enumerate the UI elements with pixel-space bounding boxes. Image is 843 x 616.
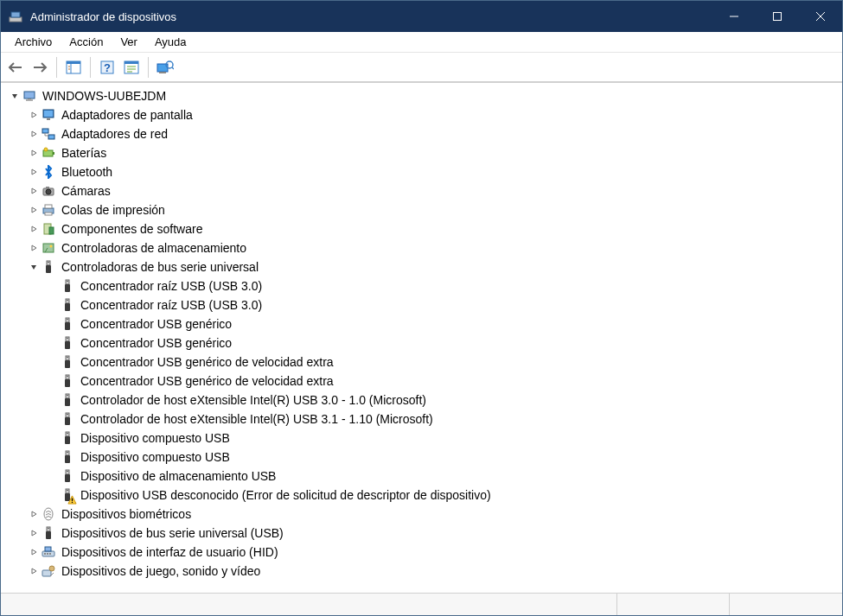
expand-icon[interactable]	[27, 526, 41, 540]
tree-category-node[interactable]: Dispositivos de juego, sonido y vídeo	[4, 562, 842, 581]
expand-icon[interactable]	[27, 222, 41, 236]
svg-rect-58	[66, 356, 69, 360]
tree-node-label: Controlador de host eXtensible Intel(R) …	[79, 393, 426, 407]
svg-rect-14	[125, 61, 138, 64]
menu-accion[interactable]: Acción	[61, 34, 112, 50]
tree-device-node[interactable]: Dispositivo de almacenamiento USB	[4, 467, 842, 486]
svg-rect-52	[66, 318, 69, 322]
tree-node-label: Dispositivo compuesto USB	[79, 450, 230, 464]
tree-category-node[interactable]: Controladoras de bus serie universal	[4, 257, 842, 276]
svg-rect-64	[66, 394, 69, 398]
svg-rect-79	[66, 489, 69, 493]
svg-rect-74	[65, 455, 70, 463]
svg-rect-67	[66, 413, 69, 417]
tree-device-node[interactable]: Concentrador USB genérico de velocidad e…	[4, 352, 842, 372]
forward-button[interactable]	[29, 56, 51, 79]
properties-button[interactable]	[120, 56, 143, 79]
tree-category-node[interactable]: Cámaras	[4, 181, 842, 200]
tree-device-node[interactable]: Concentrador USB genérico de velocidad e…	[4, 372, 842, 391]
svg-rect-7	[67, 61, 80, 64]
tree-device-node[interactable]: Dispositivo compuesto USB	[4, 448, 842, 467]
tree-category-node[interactable]: Componentes de software	[4, 219, 842, 238]
tree-category-node[interactable]: Controladoras de almacenamiento	[4, 238, 842, 257]
svg-point-34	[46, 189, 51, 194]
device-manager-icon	[8, 9, 23, 24]
collapse-icon[interactable]	[27, 260, 41, 274]
storage-icon	[41, 240, 56, 256]
expand-icon[interactable]	[27, 146, 41, 160]
tree-device-node[interactable]: Controlador de host eXtensible Intel(R) …	[4, 391, 842, 410]
tree-category-node[interactable]: Adaptadores de red	[4, 124, 842, 143]
expand-icon[interactable]	[27, 564, 41, 578]
tree-category-node[interactable]: Bluetooth	[4, 162, 842, 181]
tree-device-node[interactable]: Dispositivo USB desconocido (Error de so…	[4, 486, 842, 505]
expand-icon[interactable]	[27, 127, 41, 141]
usb-icon	[60, 373, 75, 389]
svg-rect-27	[47, 118, 50, 120]
toolbar-separator	[148, 57, 149, 78]
help-button[interactable]: ?	[96, 56, 118, 79]
usb-icon	[60, 297, 75, 313]
tree-category-node[interactable]: Dispositivos biométricos	[4, 505, 842, 524]
tree-category-node[interactable]: Baterías	[4, 143, 842, 162]
svg-rect-50	[65, 303, 70, 311]
svg-rect-69	[67, 414, 68, 415]
expand-icon[interactable]	[27, 165, 41, 179]
tree-category-node[interactable]: Adaptadores de pantalla	[4, 105, 842, 124]
tree-device-node[interactable]: Controlador de host eXtensible Intel(R) …	[4, 410, 842, 429]
tree-device-node[interactable]: Concentrador USB genérico	[4, 333, 842, 352]
expand-icon[interactable]	[27, 545, 41, 559]
minimize-button[interactable]	[712, 1, 756, 32]
collapse-icon[interactable]	[8, 89, 22, 103]
svg-rect-92	[45, 547, 51, 551]
svg-rect-0	[10, 17, 22, 22]
tree-device-node[interactable]: Concentrador raíz USB (USB 3.0)	[4, 295, 842, 314]
svg-rect-71	[65, 436, 70, 444]
close-button[interactable]	[799, 1, 842, 32]
tree-category-node[interactable]: Colas de impresión	[4, 200, 842, 219]
tree-category-node[interactable]: Dispositivos de interfaz de usuario (HID…	[4, 543, 842, 562]
expand-icon[interactable]	[27, 507, 41, 521]
usb-icon	[60, 335, 75, 351]
usb-icon	[41, 259, 56, 275]
svg-rect-57	[67, 338, 68, 339]
expand-icon[interactable]	[27, 108, 41, 122]
tree-device-node[interactable]: Concentrador raíz USB (USB 3.0)	[4, 276, 842, 295]
expand-icon[interactable]	[27, 184, 41, 198]
maximize-button[interactable]	[756, 1, 799, 32]
tree-device-node[interactable]: Dispositivo compuesto USB	[4, 429, 842, 448]
menu-archivo[interactable]: Archivo	[6, 34, 61, 50]
bluetooth-icon	[41, 164, 56, 180]
tree-node-label: Concentrador raíz USB (USB 3.0)	[79, 279, 262, 293]
monitor-icon	[41, 107, 56, 123]
svg-rect-81	[67, 490, 68, 491]
tree-node-label: WINDOWS-UUBEJDM	[41, 89, 166, 103]
back-button[interactable]	[4, 56, 27, 79]
tree-node-label: Bluetooth	[60, 165, 112, 179]
tree-category-node[interactable]: Dispositivos de bus serie universal (USB…	[4, 524, 842, 543]
tree-root-node[interactable]: WINDOWS-UUBEJDM	[4, 86, 842, 105]
status-cell	[617, 594, 730, 615]
svg-rect-82	[72, 499, 73, 501]
usb-icon	[60, 487, 75, 503]
expand-icon[interactable]	[27, 203, 41, 217]
scan-hardware-button[interactable]	[154, 56, 176, 79]
svg-rect-40	[49, 227, 54, 234]
expand-icon[interactable]	[27, 241, 41, 255]
menu-ver[interactable]: Ver	[112, 34, 146, 50]
biometric-icon	[41, 506, 56, 522]
svg-rect-56	[65, 341, 70, 349]
svg-point-94	[49, 566, 54, 571]
svg-text:?: ?	[104, 61, 111, 74]
device-tree[interactable]: WINDOWS-UUBEJDMAdaptadores de pantallaAd…	[1, 83, 842, 593]
svg-rect-41	[43, 244, 54, 252]
usb-icon	[60, 430, 75, 446]
show-hide-tree-button[interactable]	[62, 56, 85, 79]
tree-device-node[interactable]: Concentrador USB genérico	[4, 314, 842, 333]
svg-rect-26	[44, 111, 53, 117]
menu-ayuda[interactable]: Ayuda	[146, 34, 195, 50]
tree-node-label: Controladoras de bus serie universal	[60, 260, 259, 274]
svg-rect-87	[48, 528, 49, 529]
tree-node-label: Concentrador USB genérico de velocidad e…	[79, 374, 334, 388]
computer-icon	[22, 88, 37, 104]
